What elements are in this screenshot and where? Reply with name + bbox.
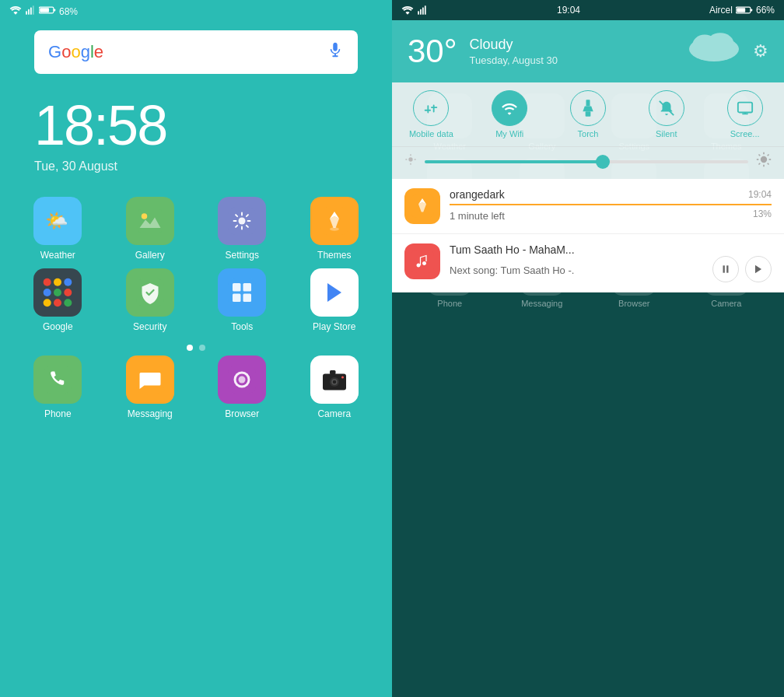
notif-title-music: Tum Saath Ho - MahaM...: [450, 243, 575, 256]
svg-rect-51: [737, 8, 745, 12]
app-weather[interactable]: 🌤️ Weather: [16, 197, 100, 261]
toggle-wifi[interactable]: My Wifi: [478, 90, 541, 138]
brightness-row: [392, 146, 784, 179]
app-themes[interactable]: Themes: [292, 197, 377, 261]
svg-point-22: [54, 299, 61, 306]
wifi-icon: [9, 5, 22, 18]
toggle-silent-circle: [649, 90, 684, 126]
app-label-security: Security: [133, 321, 166, 332]
brightness-thumb[interactable]: [596, 155, 610, 169]
app-messaging[interactable]: Messaging: [108, 356, 193, 419]
toggle-mobile-data[interactable]: Mobile data: [400, 90, 462, 138]
app-label-playstore: Play Store: [313, 321, 355, 332]
app-label-phone: Phone: [44, 408, 72, 419]
right-time: 19:04: [557, 5, 580, 16]
notif-bottom-row: 1 minute left 13%: [450, 208, 772, 222]
app-settings[interactable]: Settings: [200, 197, 285, 261]
svg-rect-6: [40, 8, 49, 12]
svg-marker-82: [755, 265, 761, 274]
toggle-wifi-circle: [492, 90, 527, 126]
notif-content-orangedark: orangedark 19:04 1 minute left 13%: [450, 188, 772, 222]
right-panel: Weather Gallery Settings Themes Google S…: [392, 0, 784, 697]
toggle-mobile-data-circle: [413, 90, 449, 126]
svg-rect-46: [420, 9, 422, 15]
svg-line-75: [759, 163, 761, 165]
toggle-screen[interactable]: Scree...: [714, 90, 776, 138]
svg-rect-8: [138, 209, 162, 233]
svg-point-62: [408, 157, 412, 161]
battery-percent-left: 68%: [59, 6, 78, 17]
svg-rect-26: [233, 283, 241, 292]
app-icon-gallery: [126, 197, 174, 245]
notification-music[interactable]: Tum Saath Ho - MahaM... Next song: Tum S…: [392, 234, 784, 292]
carrier-label: Aircel: [709, 5, 733, 16]
svg-text:🌤️: 🌤️: [45, 209, 68, 232]
weather-temp-display: 30°: [408, 33, 457, 70]
brightness-slider[interactable]: [425, 160, 748, 163]
google-search-bar[interactable]: Google: [34, 30, 358, 74]
svg-point-37: [239, 377, 246, 384]
svg-point-44: [341, 377, 344, 379]
signal-icon-right: [417, 5, 428, 16]
app-security[interactable]: Security: [108, 268, 193, 332]
dot-1: [187, 345, 193, 351]
svg-rect-29: [243, 294, 252, 303]
notification-panel: 19:04 Aircel 66% 30° Cloudy Tuesday, Aug…: [392, 0, 784, 292]
svg-rect-79: [411, 250, 434, 273]
app-browser[interactable]: Browser: [200, 356, 285, 419]
svg-rect-3: [33, 5, 34, 15]
clock-date: Tue, 30 August: [34, 159, 358, 173]
brightness-fill: [425, 160, 603, 163]
app-google[interactable]: Google: [16, 268, 100, 332]
svg-rect-55: [586, 100, 590, 106]
app-label-weather: Weather: [40, 250, 75, 261]
app-phone[interactable]: Phone: [16, 356, 100, 419]
notif-title-row-music: Tum Saath Ho - MahaM...: [450, 243, 772, 256]
notif-percent-orangedark: 13%: [753, 208, 772, 222]
right-status-left-icons: [401, 5, 428, 16]
app-tools[interactable]: Tools: [200, 268, 285, 332]
notif-subtitle-music: Next song: Tum Saath Ho -.: [450, 264, 574, 276]
app-camera[interactable]: Camera: [292, 356, 377, 419]
svg-marker-56: [583, 107, 593, 112]
app-gallery[interactable]: Gallery: [108, 197, 193, 261]
svg-rect-80: [723, 265, 725, 272]
app-label-themes: Themes: [317, 250, 351, 261]
brightness-min-icon: [404, 153, 417, 170]
app-icon-themes: [310, 197, 359, 245]
toggle-torch[interactable]: Torch: [557, 90, 619, 138]
svg-point-9: [142, 213, 148, 219]
app-icon-phone: [33, 356, 82, 404]
notif-controls-row: Next song: Tum Saath Ho -.: [450, 256, 772, 282]
app-icon-messaging: [126, 356, 174, 404]
svg-rect-57: [586, 111, 591, 117]
toggle-silent[interactable]: Silent: [635, 90, 698, 138]
toggle-mobile-data-label: Mobile data: [409, 129, 453, 138]
app-playstore[interactable]: Play Store: [292, 268, 377, 332]
app-icon-security: [126, 268, 174, 317]
svg-rect-81: [726, 265, 728, 272]
notification-orangedark[interactable]: orangedark 19:04 1 minute left 13%: [392, 179, 784, 234]
svg-point-42: [333, 380, 337, 384]
mic-icon[interactable]: [327, 41, 344, 63]
svg-rect-45: [418, 11, 419, 15]
toggle-screen-label: Scree...: [730, 129, 760, 138]
bottom-app-row: Phone Messaging Browser: [0, 356, 392, 427]
app-label-google: Google: [43, 321, 73, 332]
right-status-bar: 19:04 Aircel 66%: [392, 0, 784, 20]
temperature: 30°: [408, 33, 457, 69]
notif-next-button[interactable]: [745, 256, 772, 282]
notif-icon-music: [404, 243, 440, 279]
svg-point-20: [65, 289, 72, 296]
app-icon-browser: [218, 356, 266, 404]
weather-settings-icon[interactable]: ⚙: [753, 41, 768, 61]
app-icon-camera: [310, 356, 359, 404]
notifications-area: orangedark 19:04 1 minute left 13%: [392, 179, 784, 292]
toggle-screen-circle: [727, 90, 763, 126]
svg-rect-47: [422, 8, 424, 15]
notif-music-controls: [712, 256, 772, 282]
notif-progress-bar: [450, 204, 772, 205]
notif-title-row-orangedark: orangedark 19:04: [450, 188, 772, 201]
notif-pause-button[interactable]: [712, 256, 739, 282]
right-status-right: Aircel 66%: [709, 5, 775, 16]
